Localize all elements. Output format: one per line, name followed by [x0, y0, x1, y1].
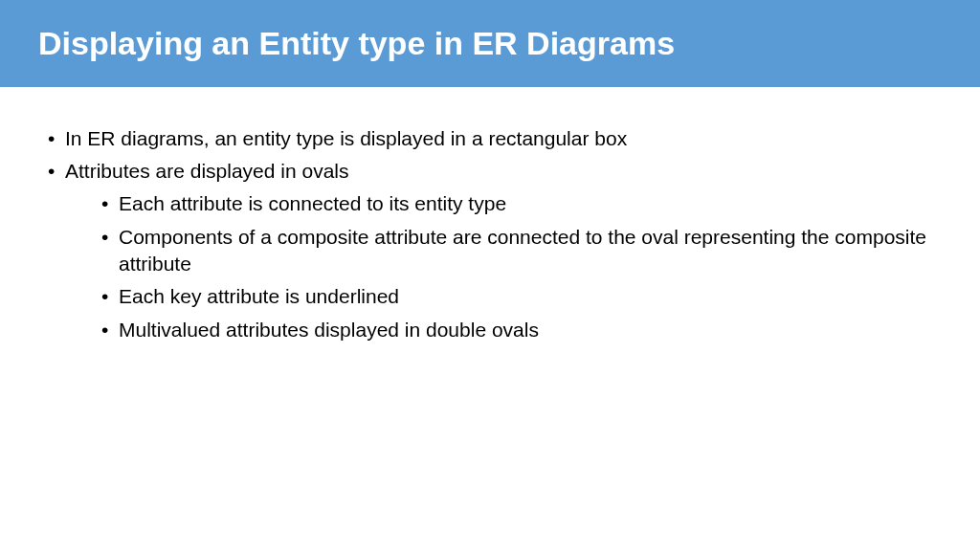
slide-header: Displaying an Entity type in ER Diagrams — [0, 0, 980, 87]
sub-bullet-item: Each key attribute is underlined — [101, 283, 932, 310]
slide-content: In ER diagrams, an entity type is displa… — [0, 87, 980, 343]
sub-bullet-item: Each attribute is connected to its entit… — [101, 190, 932, 217]
sub-bullet-text: Each attribute is connected to its entit… — [119, 192, 506, 214]
slide-title: Displaying an Entity type in ER Diagrams — [38, 23, 942, 64]
sub-bullet-list: Each attribute is connected to its entit… — [101, 190, 932, 343]
sub-bullet-item: Components of a composite attribute are … — [101, 224, 932, 278]
sub-bullet-item: Multivalued attributes displayed in doub… — [101, 317, 932, 343]
bullet-item: In ER diagrams, an entity type is displa… — [48, 125, 932, 152]
bullet-list: In ER diagrams, an entity type is displa… — [48, 125, 932, 343]
bullet-text: Attributes are displayed in ovals — [65, 160, 349, 182]
sub-bullet-text: Components of a composite attribute are … — [119, 226, 926, 275]
sub-bullet-text: Each key attribute is underlined — [119, 285, 399, 307]
sub-bullet-text: Multivalued attributes displayed in doub… — [119, 319, 539, 341]
bullet-text: In ER diagrams, an entity type is displa… — [65, 127, 627, 149]
bullet-item: Attributes are displayed in ovals Each a… — [48, 158, 932, 343]
